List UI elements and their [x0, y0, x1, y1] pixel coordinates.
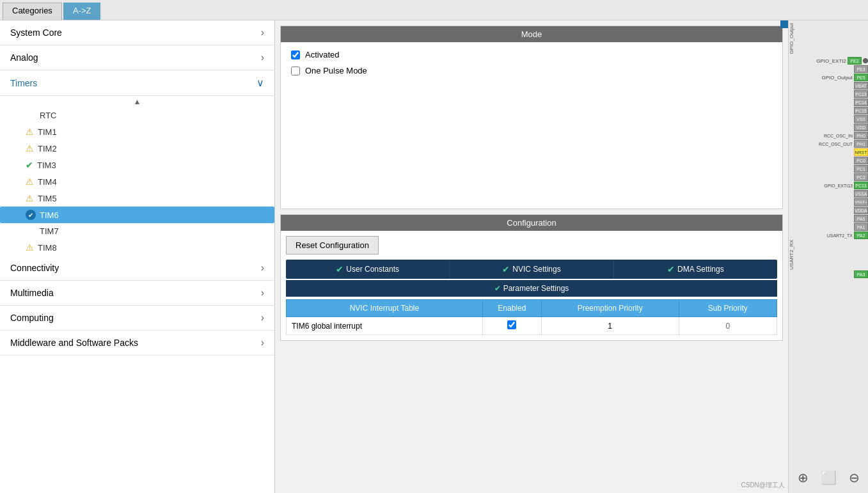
check-icon: ✔ — [667, 264, 675, 274]
config-tabs-row: ✔ User Constants ✔ NVIC Settings ✔ DMA S… — [286, 260, 777, 279]
timer-item-tim8[interactable]: ⚠ TIM8 — [0, 239, 274, 256]
chip-pin-PA1: PA1 — [789, 223, 868, 231]
pin-box-PE3: PE3 — [854, 65, 868, 73]
mode-body: Activated One Pulse Mode — [281, 42, 782, 208]
config-header: Configuration — [281, 215, 782, 231]
sidebar-item-analog[interactable]: Analog › — [0, 45, 274, 70]
activated-checkbox[interactable] — [291, 51, 300, 59]
sidebar-item-timers[interactable]: Timers ∨ — [0, 70, 274, 96]
activated-label: Activated — [305, 50, 339, 59]
chip-pin-VREF: VREF+ — [789, 198, 868, 206]
chevron-down-icon: ∨ — [256, 77, 264, 89]
chip-pin-VDD: VDD — [789, 123, 868, 131]
pin-box-PC1: PC1 — [854, 165, 868, 173]
sidebar-item-connectivity[interactable]: Connectivity › — [0, 256, 274, 281]
chevron-right-icon: › — [261, 52, 264, 63]
chip-pin-PC13: PC13 — [789, 90, 868, 98]
sidebar-item-label-connectivity: Connectivity — [10, 263, 59, 273]
chip-pin-PC2: PC2 — [789, 173, 868, 181]
chip-pin-VSSA: VSSA — [789, 190, 868, 198]
pin-box-VDD: VDD — [854, 123, 868, 131]
pin-box-PC0: PC0 — [854, 157, 868, 164]
chip-pin-GPIO-EXTI13: GPIO_EXTI13 PC13 — [789, 182, 868, 189]
pin-box-PA2: PA2 — [854, 231, 868, 239]
main-layout: System Core › Analog › Timers ∨ ▲ RTC ⚠ … — [0, 20, 868, 493]
pin-box-VREF: VREF+ — [854, 198, 868, 206]
pin-box-PC13-exti: PC13 — [854, 182, 868, 189]
pin-box-PE2: PE2 — [848, 57, 862, 65]
timer-item-tim5[interactable]: ⚠ TIM5 — [0, 190, 274, 207]
pin-label-usart2-tx: USART2_TX — [827, 233, 853, 238]
th-sub-priority: Sub Priority — [679, 300, 777, 317]
chip-pin-VSS: VSS — [789, 115, 868, 123]
timer-item-tim4[interactable]: ⚠ TIM4 — [0, 173, 274, 190]
param-tab-label: Parameter Settings — [503, 284, 569, 293]
warning-icon: ⚠ — [26, 127, 34, 137]
sidebar-item-label-computing: Computing — [10, 313, 54, 323]
check-icon: ✔ — [336, 264, 343, 274]
chevron-right-icon: › — [261, 287, 264, 299]
scroll-up-arrow-icon: ▲ — [134, 97, 141, 106]
pin-label-gpio-output: GPIO_Output — [822, 75, 853, 81]
chip-bottom-toolbar: ⊕ ⬜ ⊖ — [789, 467, 868, 488]
chip-pin-PC15: PC15 — [789, 107, 868, 114]
sidebar-item-label-multimedia: Multimedia — [10, 288, 54, 298]
sidebar-item-middleware[interactable]: Middleware and Software Packs › — [0, 331, 274, 356]
pin-box-PC14: PC14 — [854, 98, 868, 106]
timer-item-tim3[interactable]: ✔ TIM3 — [0, 157, 274, 173]
zoom-in-icon[interactable]: ⊕ — [798, 470, 809, 485]
tab-nvic-settings[interactable]: ✔ NVIC Settings — [450, 260, 613, 279]
one-pulse-checkbox[interactable] — [291, 67, 300, 75]
sidebar-item-label-timers: Timers — [10, 78, 37, 88]
chevron-right-icon: › — [261, 337, 264, 348]
tab-dma-settings[interactable]: ✔ DMA Settings — [614, 260, 777, 279]
timers-submenu: ▲ RTC ⚠ TIM1 ⚠ TIM2 ✔ TIM3 ⚠ TIM4 — [0, 96, 274, 256]
sidebar-item-computing[interactable]: Computing › — [0, 306, 274, 331]
chevron-right-icon: › — [261, 312, 264, 324]
check-icon: ✔ — [502, 264, 510, 274]
pin-label-gpio-exti13: GPIO_EXTI13 — [824, 184, 853, 188]
activated-row: Activated — [291, 50, 772, 59]
chip-pin-GPIO-EXTI2: GPIO_EXTI2 PE2 — [789, 57, 868, 65]
scroll-up[interactable]: ▲ — [0, 96, 274, 107]
chevron-right-icon: › — [261, 27, 264, 38]
timer-item-tim2[interactable]: ⚠ TIM2 — [0, 140, 274, 157]
timer-item-tim6[interactable]: ✔ TIM6 — [0, 207, 274, 223]
zoom-out-icon[interactable]: ⊖ — [849, 470, 860, 485]
timer-label-tim6: TIM6 — [40, 210, 59, 220]
config-body: Reset Configuration ✔ User Constants ✔ N… — [281, 231, 782, 340]
enabled-cell[interactable] — [482, 317, 541, 335]
usart2-rx-rotated-label: USART2_RX — [789, 240, 794, 270]
nvic-interrupt-table: NVIC Interrupt Table Enabled Preemption … — [286, 299, 777, 335]
blue-corner-decoration — [780, 20, 788, 28]
pin-box-PC2: PC2 — [854, 173, 868, 181]
enabled-checkbox[interactable] — [507, 320, 516, 329]
timer-item-rtc[interactable]: RTC — [0, 107, 274, 123]
chip-pin-RCC-OSC-OUT: RCC_OSC_OUT PH1 — [789, 140, 868, 148]
warning-icon: ⚠ — [26, 143, 34, 153]
tab-parameter-settings[interactable]: ✔ Parameter Settings — [286, 280, 777, 297]
chip-pin-VBAT: VBAT — [789, 82, 868, 90]
interrupt-name: TIM6 global interrupt — [287, 317, 483, 335]
frame-icon[interactable]: ⬜ — [821, 470, 837, 485]
table-row: TIM6 global interrupt 1 0 — [287, 317, 777, 335]
chip-pin-PC1: PC1 — [789, 165, 868, 173]
reset-configuration-button[interactable]: Reset Configuration — [286, 236, 379, 254]
pin-box-PH1: PH1 — [854, 140, 868, 148]
tab-categories[interactable]: Categories — [3, 3, 62, 20]
gpio-output-rotated-label: GPIO_Output — [789, 20, 794, 56]
tab-az[interactable]: A->Z — [63, 3, 101, 20]
chip-pin-PA0: PA0 — [789, 215, 868, 223]
tab-user-constants[interactable]: ✔ User Constants — [286, 260, 450, 279]
timer-item-tim7[interactable]: TIM7 — [0, 223, 274, 239]
chip-pin-VDDA: VDDA — [789, 207, 868, 214]
timer-item-tim1[interactable]: ⚠ TIM1 — [0, 123, 274, 140]
sidebar-item-system-core[interactable]: System Core › — [0, 20, 274, 45]
check-icon: ✔ — [494, 284, 501, 293]
tab-nvic-settings-label: NVIC Settings — [512, 265, 560, 274]
timer-label-tim2: TIM2 — [38, 144, 57, 153]
timer-label-tim4: TIM4 — [38, 177, 57, 187]
sidebar-item-multimedia[interactable]: Multimedia › — [0, 281, 274, 306]
check-circle-icon: ✔ — [26, 210, 36, 220]
pin-box-PH0: PH0 — [854, 132, 868, 139]
